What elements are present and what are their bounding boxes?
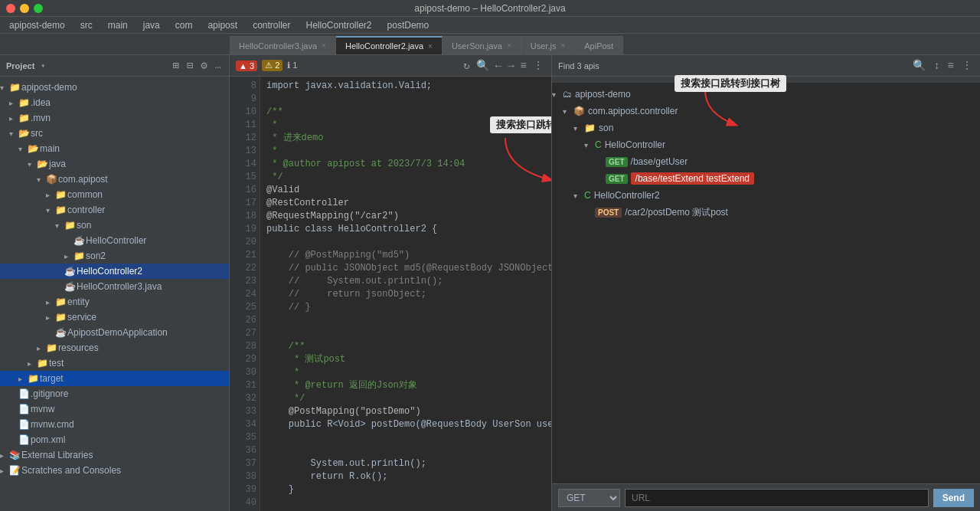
api-tree-item[interactable]: ▾CHelloController2 — [552, 187, 980, 204]
file-tree[interactable]: ▾📁apipost-demo▸📁.idea▸📁.mvn▾📂src▾📂main▾📂… — [0, 77, 229, 511]
menu-item-5[interactable]: apipost — [204, 18, 240, 32]
line-number: 13 — [230, 145, 256, 158]
line-number: 27 — [230, 327, 256, 340]
tree-item[interactable]: ▾📂main — [0, 141, 229, 156]
tree-file-icon: 📁 — [74, 251, 86, 261]
tree-item[interactable]: ▸📁common — [0, 187, 229, 202]
tree-item[interactable]: ▾📂src — [0, 126, 229, 141]
menu-item-2[interactable]: main — [105, 18, 131, 32]
sync-icon[interactable]: ⊞ — [171, 57, 180, 74]
tree-item[interactable]: ▾📦com.apipost — [0, 172, 229, 187]
arrange-icon[interactable]: ≡ — [519, 58, 528, 74]
menu-item-4[interactable]: com — [172, 18, 196, 32]
tree-item[interactable]: ▾📁apipost-demo — [0, 80, 229, 95]
tree-arrow-icon: ▾ — [37, 175, 46, 184]
code-text: @PostMapping("postDemo") — [266, 405, 421, 418]
tree-item[interactable]: ☕HelloController — [0, 233, 229, 248]
code-line: /** — [266, 106, 545, 119]
tab-bar: HelloController3.java × HelloController2… — [0, 34, 980, 55]
window-controls — [6, 4, 43, 13]
tree-item[interactable]: ▸📁test — [0, 355, 229, 371]
code-text: // System.out.println(); — [266, 275, 443, 288]
tree-item[interactable]: ▸📚External Libraries — [0, 447, 229, 463]
api-arrow-icon: ▾ — [573, 192, 584, 200]
tab-0-close[interactable]: × — [322, 41, 326, 50]
api-tree-item[interactable]: POST/car2/postDemo 测试post — [552, 204, 980, 221]
tree-item[interactable]: ▸📁.mvn — [0, 110, 229, 126]
line-number: 31 — [230, 379, 256, 392]
tree-item[interactable]: ☕HelloController3.java — [0, 279, 229, 294]
tree-arrow-icon: ▸ — [9, 114, 18, 123]
tab-2[interactable]: UserSon.java × — [443, 36, 521, 54]
tree-item[interactable]: 📄mvnw — [0, 401, 229, 417]
apipost-nav-icon[interactable]: ↕ — [932, 58, 941, 74]
tree-file-icon: 📁 — [55, 205, 67, 215]
api-tree-item[interactable]: ▾CHelloController — [552, 136, 980, 153]
controller-icon: C — [595, 139, 602, 150]
menu-item-1[interactable]: src — [77, 18, 96, 32]
code-line — [266, 314, 545, 327]
tab-0[interactable]: HelloController3.java × — [230, 36, 336, 54]
tree-item[interactable]: ▸📁.idea — [0, 95, 229, 110]
tree-file-icon: 📁 — [55, 296, 67, 307]
api-tree-item[interactable]: GET/base/getUser — [552, 153, 980, 170]
tab-1[interactable]: HelloController2.java × — [336, 36, 443, 54]
line-number: 24 — [230, 288, 256, 301]
tree-item[interactable]: ▸📝Scratches and Consoles — [0, 463, 229, 478]
api-tree-item[interactable]: GET/base/testExtend testExtend — [552, 170, 980, 187]
apipost-search-icon[interactable]: 🔍 — [911, 57, 927, 74]
reload-icon[interactable]: ↻ — [462, 57, 471, 74]
project-dropdown[interactable]: ▾ — [41, 61, 45, 70]
tree-item[interactable]: ▾📂java — [0, 156, 229, 172]
maximize-button[interactable] — [34, 4, 43, 13]
tree-item[interactable]: ☕ApipostDemoApplication — [0, 325, 229, 340]
api-tree[interactable]: ▾🗂apipost-demo▾📦com.apipost.controller▾📁… — [552, 83, 980, 483]
apipost-more-icon[interactable]: ⋮ — [960, 57, 974, 74]
tree-item[interactable]: 📄pom.xml — [0, 432, 229, 447]
menu-item-8[interactable]: postDemo — [384, 18, 433, 32]
tree-item[interactable]: ▾📁son — [0, 218, 229, 233]
tree-item[interactable]: 📄mvnw.cmd — [0, 417, 229, 432]
nav-next-icon[interactable]: → — [506, 58, 515, 74]
nav-prev-icon[interactable]: ← — [494, 58, 503, 74]
tree-arrow-icon: ▾ — [46, 206, 55, 215]
tree-item[interactable]: ▾📁controller — [0, 202, 229, 218]
url-input[interactable] — [625, 489, 929, 507]
tab-1-close[interactable]: × — [428, 42, 433, 51]
http-method-select[interactable]: GET POST PUT DELETE — [558, 489, 620, 507]
tree-item[interactable]: ▸📁target — [0, 371, 229, 386]
tree-item-label: .mvn — [31, 113, 51, 123]
tree-item-label: resources — [58, 342, 99, 353]
send-button[interactable]: Send — [933, 489, 974, 507]
tab-2-close[interactable]: × — [507, 41, 511, 50]
tree-item[interactable]: ☕HelloController2 — [0, 264, 229, 279]
tab-3[interactable]: User.js × — [521, 36, 575, 54]
api-tree-item[interactable]: ▾📁son — [552, 120, 980, 136]
tab-3-close[interactable]: × — [560, 41, 565, 50]
sidebar: Project ▾ ⊞ ⊟ ⚙ … ▾📁apipost-demo▸📁.idea▸… — [0, 55, 230, 511]
tree-arrow-icon: ▾ — [18, 145, 28, 153]
tree-item[interactable]: ▸📁entity — [0, 294, 229, 310]
tab-apipost[interactable]: ApiPost — [575, 36, 623, 54]
menu-item-0[interactable]: apipost-demo — [6, 18, 68, 32]
more-icon[interactable]: … — [214, 57, 223, 74]
tree-file-icon: ☕ — [64, 266, 77, 277]
apipost-arrange-icon[interactable]: ≡ — [946, 58, 956, 74]
menu-item-6[interactable]: controller — [250, 18, 293, 32]
code-content[interactable]: import javax.validation.Valid;/** * * 进来… — [260, 77, 551, 511]
code-text: /** — [266, 340, 305, 353]
menu-item-7[interactable]: HelloController2 — [302, 18, 374, 32]
api-tree-item[interactable]: ▾📦com.apipost.controller — [552, 103, 980, 120]
tree-item[interactable]: ▸📁resources — [0, 340, 229, 355]
settings-icon[interactable]: ⚙ — [199, 57, 208, 74]
minimize-button[interactable] — [20, 4, 29, 13]
more-editor-icon[interactable]: ⋮ — [531, 57, 545, 74]
tree-item[interactable]: ▸📁service — [0, 310, 229, 325]
tree-item[interactable]: 📄.gitignore — [0, 386, 229, 401]
close-button[interactable] — [6, 4, 15, 13]
collapse-all-icon[interactable]: ⊟ — [185, 57, 194, 74]
tree-item[interactable]: ▸📁son2 — [0, 248, 229, 264]
menu-item-3[interactable]: java — [140, 18, 163, 32]
search-icon[interactable]: 🔍 — [475, 57, 491, 74]
api-label: /car2/postDemo 测试post — [625, 206, 728, 219]
